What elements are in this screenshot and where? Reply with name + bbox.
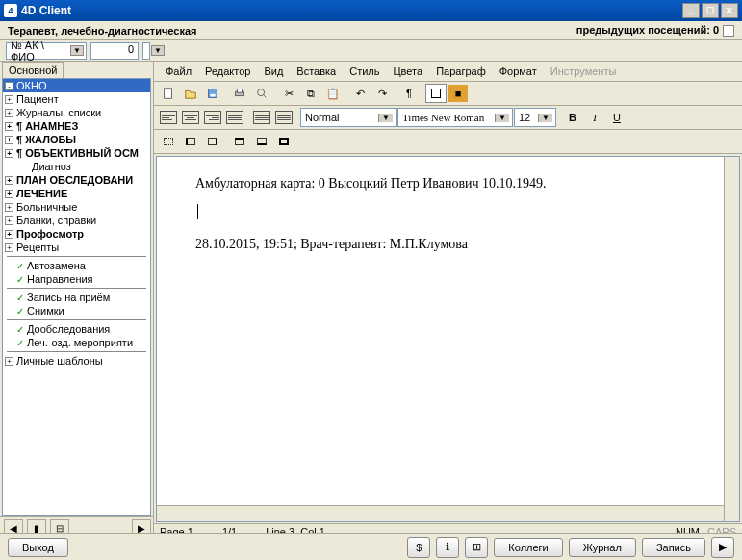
list-bullet-button[interactable] (251, 108, 272, 127)
tree-view[interactable]: -ОКНО+Пациент+Журналы, списки+¶ АНАМНЕЗ+… (2, 78, 151, 516)
vertical-scrollbar[interactable] (724, 157, 739, 521)
print-button[interactable] (229, 84, 250, 103)
underline-button[interactable]: U (606, 108, 627, 127)
tree-item[interactable]: +¶ АНАМНЕЗ (3, 119, 150, 133)
tree-item[interactable]: +Личные шаблоны (3, 354, 150, 368)
tree-item[interactable]: +ЛЕЧЕНИЕ (3, 187, 150, 200)
tree-expand-icon[interactable]: + (5, 357, 13, 366)
close-button[interactable]: ✕ (721, 3, 738, 18)
journal-button[interactable]: Журнал (569, 538, 636, 557)
tree-item[interactable]: +Журналы, списки (3, 106, 150, 119)
tree-item[interactable]: +Профосмотр (3, 227, 150, 241)
tree-item[interactable]: -ОКНО (3, 79, 150, 92)
style-combo[interactable]: ▼ (300, 108, 397, 127)
list-number-button[interactable] (273, 108, 294, 127)
tree-expand-icon[interactable]: + (5, 149, 13, 158)
paste-button[interactable]: 📋 (322, 84, 344, 103)
tree-item[interactable]: +ПЛАН ОБСЛЕДОВАНИ (3, 173, 150, 187)
menu-файл[interactable]: Файл (160, 64, 197, 79)
tree-expand-icon[interactable]: - (5, 82, 13, 90)
tree-expand-icon[interactable]: + (5, 243, 13, 252)
align-justify-button[interactable] (224, 108, 245, 127)
new-button[interactable] (158, 84, 179, 103)
menu-стиль[interactable]: Стиль (344, 64, 385, 79)
patient-dropdown[interactable]: ▼ (142, 42, 150, 60)
tree-item[interactable]: ✓Запись на приём (3, 291, 150, 304)
tree-expand-icon[interactable]: + (5, 109, 13, 117)
tree-item[interactable]: ✓Направления (3, 272, 150, 286)
tree-expand-icon[interactable]: + (5, 190, 13, 198)
bold-button[interactable]: B (562, 108, 583, 127)
tree-item[interactable]: +¶ ЖАЛОБЫ (3, 133, 150, 146)
pilcrow-button[interactable]: ¶ (398, 84, 420, 103)
highlight-button[interactable]: ■ (448, 84, 469, 103)
menu-вставка[interactable]: Вставка (291, 64, 342, 79)
menu-параграф[interactable]: Параграф (430, 64, 492, 79)
border-left-button[interactable] (180, 132, 201, 151)
tree-expand-icon[interactable]: + (5, 136, 13, 144)
exit-button[interactable]: Выход (8, 538, 68, 557)
tree-expand-icon[interactable]: + (5, 122, 13, 131)
tree-item[interactable]: ✓Автозамена (3, 259, 150, 272)
colleagues-button[interactable]: Коллеги (494, 538, 562, 557)
misc-button[interactable]: ⊞ (465, 537, 488, 558)
maximize-button[interactable]: ☐ (702, 3, 719, 18)
chevron-down-icon[interactable]: ▼ (538, 114, 552, 122)
italic-button[interactable]: I (584, 108, 605, 127)
tree-expand-icon[interactable]: + (5, 95, 13, 104)
align-right-button[interactable] (202, 108, 223, 127)
expand-button[interactable]: ▶ (711, 537, 734, 558)
menu-вид[interactable]: Вид (258, 64, 289, 79)
align-left-button[interactable] (158, 108, 179, 127)
tree-item[interactable]: ✓Снимки (3, 304, 150, 318)
patient-number-input[interactable]: 0 (90, 42, 139, 60)
chevron-down-icon[interactable]: ▼ (495, 114, 509, 122)
tree-item[interactable]: Диагноз (3, 160, 150, 173)
undo-button[interactable]: ↶ (349, 84, 371, 103)
record-button[interactable]: Запись (642, 538, 705, 557)
info-button[interactable]: ℹ (436, 537, 459, 558)
border-top-button[interactable] (229, 132, 250, 151)
border-none-button[interactable] (158, 132, 179, 151)
preview-button[interactable] (251, 84, 272, 103)
border-all-button[interactable] (273, 132, 294, 151)
tree-item[interactable]: +Рецепты (3, 241, 150, 254)
chevron-down-icon[interactable]: ▼ (378, 114, 393, 122)
svg-rect-4 (237, 89, 242, 93)
menu-формат[interactable]: Формат (494, 64, 543, 79)
document-editor[interactable]: Амбулаторная карта: 0 Высоцкий Петр Иван… (157, 157, 724, 505)
money-button[interactable]: $ (407, 537, 430, 558)
style-name-input[interactable] (301, 112, 378, 123)
selector-dropdown[interactable]: № АК \ ФИО ▼ (6, 42, 87, 60)
border-right-button[interactable] (202, 132, 223, 151)
redo-button[interactable]: ↷ (371, 84, 393, 103)
save-button[interactable] (202, 84, 223, 103)
tree-item[interactable]: +Больничные (3, 200, 150, 214)
tree-item[interactable]: ✓Леч.-озд. мероприяти (3, 336, 150, 349)
tree-item[interactable]: ✓Дообследования (3, 322, 150, 336)
align-center-button[interactable] (180, 108, 201, 127)
open-button[interactable] (180, 84, 201, 103)
horizontal-scrollbar[interactable] (157, 505, 724, 521)
border-bottom-button[interactable] (251, 132, 272, 151)
sidebar-tab-main[interactable]: Основной (2, 62, 64, 78)
tree-expand-icon[interactable]: + (5, 216, 13, 225)
tree-expand-icon[interactable]: + (5, 203, 13, 212)
font-name-input[interactable] (398, 112, 495, 123)
font-size-input[interactable] (515, 112, 538, 123)
tree-expand-icon[interactable]: + (5, 230, 13, 239)
tree-expand-icon[interactable]: + (5, 176, 13, 185)
menu-редактор[interactable]: Редактор (199, 64, 256, 79)
check-icon: ✓ (16, 274, 24, 285)
font-size-combo[interactable]: ▼ (514, 108, 556, 127)
copy-button[interactable]: ⧉ (300, 84, 321, 103)
font-combo[interactable]: ▼ (397, 108, 513, 127)
menu-цвета[interactable]: Цвета (387, 64, 428, 79)
minimize-button[interactable]: _ (682, 3, 700, 18)
chevron-down-icon: ▼ (151, 45, 165, 56)
color-button[interactable] (425, 84, 447, 103)
tree-item[interactable]: +Бланки, справки (3, 214, 150, 227)
tree-item[interactable]: +Пациент (3, 92, 150, 106)
tree-item[interactable]: +¶ ОБЪЕКТИВНЫЙ ОСМ (3, 146, 150, 160)
cut-button[interactable]: ✂ (278, 84, 299, 103)
